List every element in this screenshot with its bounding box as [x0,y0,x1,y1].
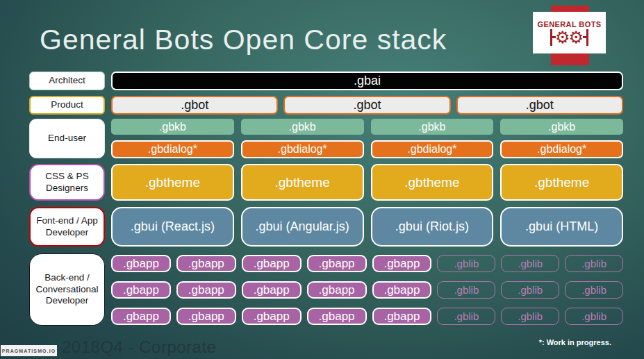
gear-bracket-right-icon [586,29,588,46]
stack-box-gbot: .gbot [456,96,623,115]
stack-box-gblib: .gblib [501,308,559,325]
stack-box-gblib: .gblib [437,281,495,299]
stack-box-gbui-angular: .gbui (Angular.js) [241,207,364,247]
stack-box-gbkb: .gbkb [371,119,494,135]
page-title: General Bots Open Core stack [40,24,447,56]
role-label-backend-conversational-developer: Back-end / Conversational Developer [29,253,105,326]
stack-box-gbtheme: .gbtheme [111,164,234,201]
row-gbdialog: .gbdialog* .gbdialog* .gbdialog* .gbdial… [111,140,623,158]
stack-box-gbapp: .gbapp [111,255,171,272]
stack-box-gbkb: .gbkb [111,119,234,135]
gear-icon: ⚙ [569,29,584,46]
stack-box-gblib: .gblib [437,255,495,272]
work-in-progress-footnote: *: Work in progress. [539,338,611,347]
stack-box-gblib: .gblib [437,308,495,325]
stack-box-gbapp: .gbapp [372,281,432,299]
stack-box-gbot: .gbot [283,96,450,115]
general-bots-logo: GENERAL BOTS ⚙⚙ [533,12,606,53]
stack-box-gbtheme: .gbtheme [371,164,494,201]
role-label-product: Product [29,96,105,115]
gear-icon: ⚙ [555,29,570,46]
row-gbkb: .gbkb .gbkb .gbkb .gbkb [111,119,623,135]
stack-box-gbapp: .gbapp [372,255,432,272]
row-gbot: .gbot .gbot .gbot [111,96,623,115]
stack-box-gblib: .gblib [501,255,559,272]
stack-box-gbkb: .gbkb [500,119,623,135]
logo-brand-text: GENERAL BOTS [538,20,602,28]
row-gbapp-3: .gbapp .gbapp .gbapp .gbapp .gbapp .gbli… [111,308,623,325]
role-label-frontend-app-developer: Font-end / App Developer [29,207,105,247]
stack-box-gbai: .gbai [111,72,623,90]
stack-box-gblib: .gblib [501,281,559,299]
stack-box-gbui-riot: .gbui (Riot.js) [371,207,494,247]
stack-box-gbapp: .gbapp [242,308,302,325]
stack-box-gbot: .gbot [111,96,278,115]
stack-box-gbui-html: .gbui (HTML) [500,207,623,247]
row-gbapp-1: .gbapp .gbapp .gbapp .gbapp .gbapp .gbli… [111,255,623,272]
stack-box-gbapp: .gbapp [372,308,432,325]
stack-box-gblib: .gblib [565,255,623,272]
stack-box-gbdialog: .gbdialog* [371,140,494,158]
row-gbtheme: .gbtheme .gbtheme .gbtheme .gbtheme [111,164,623,201]
stack-box-gbapp: .gbapp [307,308,367,325]
row-gbui: .gbui (React.js) .gbui (Angular.js) .gbu… [111,207,623,247]
footer-quarter-text: 2018Q4 - Corporate [62,337,216,357]
stack-box-gbapp: .gbapp [242,255,302,272]
slide-canvas: General Bots Open Core stack GENERAL BOT… [0,0,644,359]
role-label-end-user: End-user [29,119,105,158]
stack-box-gbapp: .gbapp [176,255,236,272]
role-label-architect: Architect [29,72,105,90]
stack-box-gbtheme: .gbtheme [241,164,364,201]
stack-box-gblib: .gblib [565,281,623,299]
stack-box-gblib: .gblib [565,308,623,325]
stack-box-gbtheme: .gbtheme [500,164,623,201]
stack-box-gbapp: .gbapp [176,308,236,325]
stack-box-gbdialog: .gbdialog* [111,140,234,158]
stack-box-gbapp: .gbapp [111,281,171,299]
stack-box-gbkb: .gbkb [241,119,364,135]
stack-box-gbapp: .gbapp [242,281,302,299]
gears-icon: ⚙⚙ [550,29,588,46]
stack-box-gbui-react: .gbui (React.js) [111,207,234,247]
role-label-css-ps-designers: CSS & PS Designers [29,164,105,201]
stack-box-gbdialog: .gbdialog* [500,140,623,158]
stack-box-gbdialog: .gbdialog* [241,140,364,158]
pragmatismo-brand-badge: PRAGMATISMO.IO [1,345,57,356]
row-gbapp-2: .gbapp .gbapp .gbapp .gbapp .gbapp .gbli… [111,281,623,299]
stack-box-gbapp: .gbapp [111,308,171,325]
stack-box-gbapp: .gbapp [307,281,367,299]
stack-box-gbapp: .gbapp [176,281,236,299]
row-gbai: .gbai [111,72,623,90]
stack-box-gbapp: .gbapp [307,255,367,272]
